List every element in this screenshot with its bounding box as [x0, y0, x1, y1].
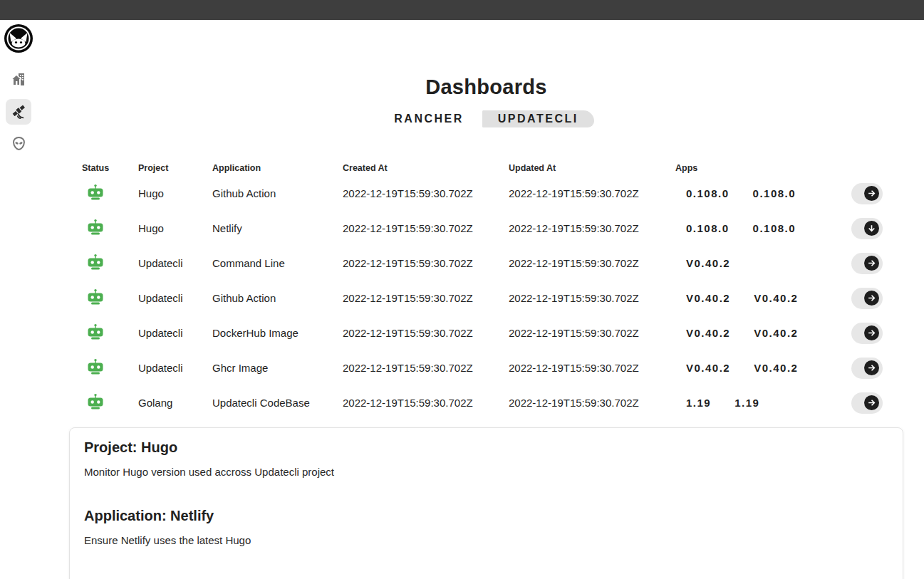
cell-updated-at: 2022-12-19T15:59:30.702Z: [509, 187, 675, 199]
dashboard-tabs: RANCHER UPDATECLI: [69, 110, 903, 127]
app-version: V0.40.2: [686, 362, 730, 374]
arrow-right-icon: [864, 360, 879, 375]
status-robot-icon: [86, 393, 105, 410]
sidebar: [0, 20, 69, 156]
arrow-right-icon: [864, 325, 879, 340]
app-version: V0.40.2: [686, 292, 730, 304]
cell-created-at: 2022-12-19T15:59:30.702Z: [343, 327, 509, 339]
table-header-row: Status Project Application Created At Up…: [69, 160, 903, 176]
status-robot-icon: [86, 219, 105, 236]
app-version: V0.40.2: [754, 292, 798, 304]
arrow-right-icon: [864, 256, 879, 271]
app-version: V0.40.2: [686, 257, 730, 269]
status-robot-icon: [86, 323, 105, 340]
status-robot-icon: [86, 184, 105, 201]
col-header-updated-at: Updated At: [509, 163, 675, 173]
expand-row-button[interactable]: [851, 358, 883, 379]
table-row: Updatecli Ghcr Image 2022-12-19T15:59:30…: [69, 350, 903, 385]
expand-row-button[interactable]: [851, 392, 883, 414]
application-description: Ensure Netlify uses the latest Hugo: [84, 534, 888, 546]
application-detail-block: Application: Netlify Ensure Netlify uses…: [84, 508, 888, 546]
pipeline-detail-card: Project: Hugo Monitor Hugo version used …: [69, 427, 903, 579]
cell-project: Updatecli: [138, 362, 212, 374]
app-version: 1.19: [734, 397, 759, 409]
table-row: Hugo Netlify 2022-12-19T15:59:30.702Z 20…: [69, 211, 903, 246]
cell-project: Hugo: [138, 222, 212, 234]
cell-project: Updatecli: [138, 292, 212, 304]
cell-project: Updatecli: [138, 327, 212, 339]
table-row: Updatecli Command Line 2022-12-19T15:59:…: [69, 246, 903, 281]
cell-updated-at: 2022-12-19T15:59:30.702Z: [509, 257, 675, 269]
updatecli-logo[interactable]: [4, 24, 33, 53]
cell-created-at: 2022-12-19T15:59:30.702Z: [343, 187, 509, 199]
cell-application: Command Line: [212, 257, 343, 269]
app-version: 0.108.0: [686, 222, 730, 234]
cell-updated-at: 2022-12-19T15:59:30.702Z: [509, 222, 675, 234]
expand-row-button[interactable]: [851, 183, 883, 204]
cell-application: DockerHub Image: [212, 327, 343, 339]
cell-application: Ghcr Image: [212, 362, 343, 374]
cell-created-at: 2022-12-19T15:59:30.702Z: [343, 292, 509, 304]
status-robot-icon: [86, 358, 105, 375]
cell-project: Hugo: [138, 187, 212, 199]
cell-application: Github Action: [212, 187, 343, 199]
col-header-status: Status: [82, 163, 138, 173]
cell-created-at: 2022-12-19T15:59:30.702Z: [343, 397, 509, 409]
col-header-apps: Apps: [675, 163, 851, 173]
tab-updatecli[interactable]: UPDATECLI: [482, 110, 594, 127]
top-app-bar: [0, 0, 924, 20]
app-version: V0.40.2: [754, 327, 798, 339]
col-header-created-at: Created At: [343, 163, 509, 173]
sidebar-nav: [6, 53, 69, 156]
col-header-project: Project: [138, 163, 212, 173]
cell-updated-at: 2022-12-19T15:59:30.702Z: [509, 292, 675, 304]
arrow-down-icon: [864, 221, 879, 236]
table-row: Updatecli Github Action 2022-12-19T15:59…: [69, 281, 903, 315]
status-robot-icon: [86, 288, 105, 306]
cell-created-at: 2022-12-19T15:59:30.702Z: [343, 362, 509, 374]
expand-row-button[interactable]: [851, 288, 883, 309]
cell-project: Updatecli: [138, 257, 212, 269]
cell-updated-at: 2022-12-19T15:59:30.702Z: [509, 327, 675, 339]
cell-updated-at: 2022-12-19T15:59:30.702Z: [509, 362, 675, 374]
sidebar-item-home[interactable]: [6, 66, 31, 92]
project-description: Monitor Hugo version used accross Update…: [84, 466, 888, 478]
cell-updated-at: 2022-12-19T15:59:30.702Z: [509, 397, 675, 409]
home-city-icon: [10, 71, 27, 88]
page-title: Dashboards: [69, 75, 903, 99]
cell-created-at: 2022-12-19T15:59:30.702Z: [343, 257, 509, 269]
project-detail-block: Project: Hugo Monitor Hugo version used …: [84, 439, 888, 478]
collapse-row-button[interactable]: [851, 218, 883, 239]
application-heading: Application: Netlify: [84, 508, 888, 524]
app-version: 1.19: [686, 397, 711, 409]
sidebar-item-pipelines-active[interactable]: [6, 99, 31, 125]
satellite-icon: [10, 103, 27, 120]
project-heading: Project: Hugo: [84, 439, 888, 456]
arrow-right-icon: [864, 291, 879, 306]
status-robot-icon: [86, 254, 105, 271]
app-version: 0.108.0: [753, 187, 796, 199]
expand-row-button[interactable]: [851, 323, 883, 344]
cell-application: Netlify: [212, 222, 343, 234]
cell-project: Golang: [138, 397, 212, 409]
table-row: Updatecli DockerHub Image 2022-12-19T15:…: [69, 315, 903, 350]
app-version: V0.40.2: [754, 362, 798, 374]
app-version: 0.108.0: [686, 187, 730, 199]
pipelines-table: Status Project Application Created At Up…: [69, 160, 903, 420]
col-header-application: Application: [212, 163, 343, 173]
expand-row-button[interactable]: [851, 253, 883, 274]
sidebar-item-alien[interactable]: [6, 130, 31, 156]
table-row: Golang Updatecli CodeBase 2022-12-19T15:…: [69, 385, 903, 420]
app-version: V0.40.2: [686, 327, 730, 339]
cell-created-at: 2022-12-19T15:59:30.702Z: [343, 222, 509, 234]
arrow-right-icon: [864, 395, 879, 410]
cell-application: Updatecli CodeBase: [212, 397, 343, 409]
arrow-right-icon: [864, 186, 879, 201]
table-row: Hugo Github Action 2022-12-19T15:59:30.7…: [69, 176, 903, 211]
cell-application: Github Action: [212, 292, 343, 304]
app-version: 0.108.0: [753, 222, 796, 234]
tab-rancher[interactable]: RANCHER: [378, 110, 479, 127]
main-content: Dashboards RANCHER UPDATECLI Status Proj…: [69, 20, 903, 579]
alien-icon: [11, 135, 27, 152]
